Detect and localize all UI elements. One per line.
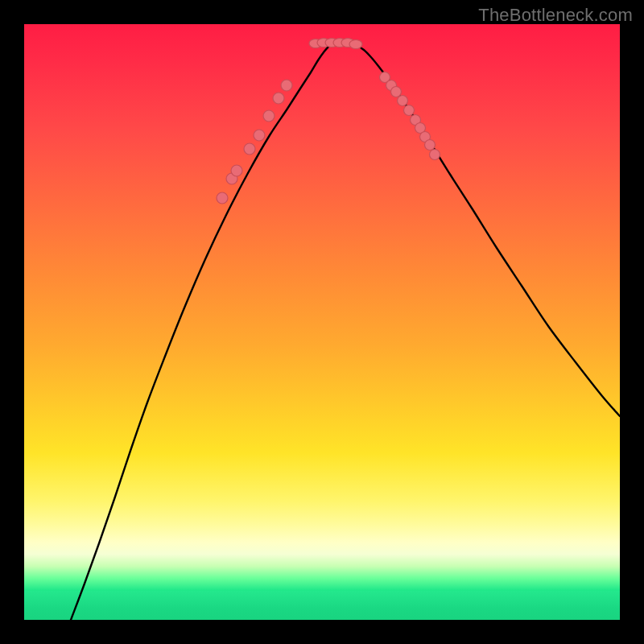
watermark-text: TheBottleneck.com — [478, 5, 633, 26]
data-marker — [398, 96, 408, 106]
data-marker — [430, 150, 440, 160]
bottleneck-curve — [71, 43, 620, 620]
data-marker — [273, 93, 284, 104]
chart-container: TheBottleneck.com — [0, 0, 644, 644]
markers-left — [217, 80, 292, 204]
data-marker — [391, 87, 402, 97]
markers-right — [380, 72, 440, 160]
data-marker — [231, 165, 242, 176]
data-marker — [281, 80, 292, 91]
data-marker — [244, 143, 255, 155]
plot-area — [24, 24, 620, 620]
data-marker — [404, 105, 415, 116]
data-marker — [349, 40, 362, 49]
data-marker — [254, 130, 265, 141]
data-marker — [217, 192, 228, 204]
curve-svg — [24, 24, 620, 620]
markers-flat — [309, 39, 362, 49]
data-marker — [425, 140, 436, 151]
data-marker — [263, 110, 275, 122]
